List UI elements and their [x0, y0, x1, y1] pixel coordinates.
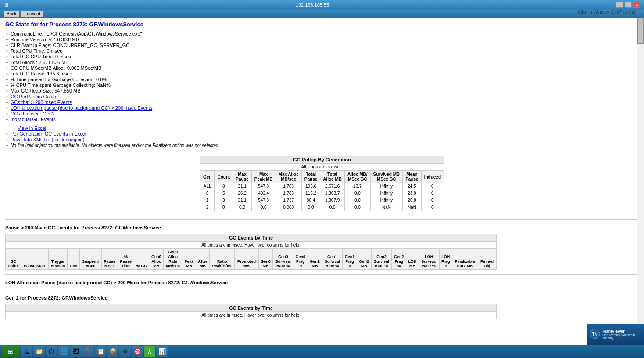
col-pause-msec: PauseMSec — [101, 249, 118, 269]
close-button[interactable]: ✕ — [633, 2, 640, 8]
info-list: CommandLine: "E:\GFGenesis\App\GF.Window… — [5, 31, 639, 122]
list-item: Total CPU Time: 0 msec — [5, 48, 639, 54]
toolbar-bar: Back Forward Click in Window, Ctrl-F to … — [0, 10, 644, 18]
raw-xml-link[interactable]: Raw Data XML file (for debugging) — [11, 137, 84, 142]
list-item: GCs that > 200 msec Events — [5, 100, 639, 105]
col-gen2-frag: Gen2Frag% — [392, 249, 406, 269]
window-controls: _ □ ✕ — [616, 2, 640, 8]
gc-perf-link[interactable]: GC Perf Users Guide — [11, 94, 56, 99]
gcs-gen2-link[interactable]: GCs that were Gen2 — [11, 111, 54, 116]
table-row: 0 5 26.2 493.4 1.786 115.2 1,363.7 0.0 I… — [200, 190, 444, 197]
loh-alloc-link[interactable]: LOH allocation pause (due to background … — [11, 105, 152, 111]
col-gen0-alloc-mb: Gen0AllocMB — [149, 249, 164, 269]
list-item: GCs that were Gen2 — [5, 111, 639, 116]
events-table-wrapper-2: GC Events by Time All times are in msec.… — [5, 304, 497, 319]
table-row: 2 0 0.0 0.0 0.000 0.0 0.0 0.0 NaN NaN 0 — [200, 204, 444, 211]
loh-section-title: LOH Allocation Pause (due to background … — [5, 280, 639, 285]
events-table-subtitle-2: All times are in msec. Hover over column… — [6, 312, 496, 319]
scrollbar-thumb[interactable] — [637, 18, 644, 44]
list-item: % Time paused for Garbage Collection: 0.… — [5, 77, 639, 82]
list-item: Max GC Heap Size: 547.850 MB — [5, 88, 639, 93]
events-table-title-2: GC Events by Time — [6, 304, 496, 312]
col-gen: Gen — [68, 249, 79, 269]
rollup-table-wrapper: GC Rollup By Generation All times are in… — [200, 156, 444, 211]
gen2-section-title: Gen 2 for Process 8272: GF.WindowsServic… — [5, 295, 639, 301]
back-button[interactable]: Back — [4, 11, 19, 17]
col-ratio-peak-after: RatioPeak/After — [210, 249, 235, 269]
col-finalizable-surv: FinalizableSurv MB — [452, 249, 478, 269]
col-total-alloc: TotalAlloc MB — [320, 171, 345, 183]
col-trigger-reason: TriggerReason — [48, 249, 68, 269]
col-gen1-survival-rate: Gen1SurvivalRate % — [322, 249, 343, 269]
col-pct-pause: %PauseTime — [118, 249, 134, 269]
table-row: ALL 8 31.1 547.8 1.786 195.6 2,671.6 13.… — [200, 183, 444, 190]
col-pct-gc: % GC — [134, 249, 149, 269]
list-item: Runtime Version: V 4.0.30319.0 — [5, 37, 639, 42]
col-gen2-mb: Gen2MB — [357, 249, 371, 269]
divider-1 — [5, 219, 639, 220]
col-induced: Induced — [421, 171, 444, 183]
events-table-wrapper-1: GC Events by Time All times are in msec.… — [5, 234, 497, 270]
col-gen1-frag: Gen1Frag% — [343, 249, 357, 269]
list-item: Total Allocs : 2,671.636 MB — [5, 60, 639, 65]
col-gen0-alloc-rate: Gen0AllocRateMB/sec — [164, 249, 182, 269]
col-total-pause: TotalPause — [301, 171, 320, 183]
view-in-excel-link[interactable]: View in Excel — [5, 125, 639, 131]
col-alloc-mb: Alloc MB/MSec GC — [345, 171, 371, 183]
more-links-list: Per Generation GC Events in Excel Raw Da… — [5, 131, 639, 148]
events-table-1: GCIndex Pause Start TriggerReason Gen Su… — [6, 249, 496, 269]
window-title: 192.168.105.55 — [9, 2, 616, 7]
col-suspend-msec: SuspendMsec — [79, 249, 101, 269]
hint-text: Click in Window, Ctrl-F to find — [578, 10, 635, 14]
per-gen-link[interactable]: Per Generation GC Events in Excel — [11, 131, 86, 136]
col-pinned-obj: PinnedObj — [478, 249, 496, 269]
divider-2 — [5, 274, 639, 275]
gcs-200msec-link[interactable]: GCs that > 200 msec Events — [11, 100, 72, 105]
scrollbar[interactable] — [637, 18, 644, 345]
minimize-button[interactable]: _ — [616, 2, 623, 8]
list-item: Total GC CPU Time: 0 msec — [5, 54, 639, 59]
pause-section-title: Pause > 200 Msec GC Events for Process 8… — [5, 225, 639, 230]
content-area: GC Stats for for Process 8272: GF.Window… — [0, 18, 644, 345]
individual-gc-link[interactable]: Individual GC Events — [11, 117, 56, 122]
col-gc-index: GCIndex — [6, 249, 21, 269]
col-gen1-mb: Gen1MB — [308, 249, 322, 269]
col-gen0-survival-rate: Gen0SurvivalRate % — [273, 249, 293, 269]
col-max-alloc: Max AllocMB/sec — [275, 171, 301, 183]
list-item: Raw Data XML file (for debugging) — [5, 137, 639, 142]
col-loh-survival-rate: LOHSurvivalRate % — [419, 249, 439, 269]
forward-button[interactable]: Forward — [21, 11, 43, 17]
note-item: No finalized object counts available. No… — [5, 143, 639, 148]
rollup-table-title: GC Rollup By Generation — [200, 156, 444, 164]
col-loh-mb: LOHMB — [406, 249, 419, 269]
svg-text:TV: TV — [592, 332, 598, 337]
teamviewer-badge: TV TeamViewer Free license (non-comm. us… — [587, 324, 644, 345]
rollup-table: Gen Count MaxPause MaxPeak MB Max AllocM… — [200, 171, 444, 211]
col-gen0-frag: Gen0Frag% — [293, 249, 308, 269]
col-survived: Survived MBMSec GC — [370, 171, 403, 183]
rollup-table-subtitle: All times are in msec. — [200, 164, 444, 171]
col-loh-frag: LOHFrag% — [439, 249, 452, 269]
col-pause-start: Pause Start — [21, 249, 48, 269]
list-item: CommandLine: "E:\GFGenesis\App\GF.Window… — [5, 31, 639, 36]
divider-3 — [5, 290, 639, 290]
window-chrome: 🖥 192.168.105.55 _ □ ✕ — [0, 0, 644, 10]
col-count: Count — [215, 171, 233, 183]
col-mean-pause: MeanPause — [403, 171, 421, 183]
col-gen0-mb: Gen0MB — [258, 249, 273, 269]
list-item: LOH allocation pause (due to background … — [5, 105, 639, 111]
restore-button[interactable]: □ — [625, 2, 632, 8]
list-item: Per Generation GC Events in Excel — [5, 131, 639, 136]
col-gen2-survival-rate: Gen2SurvivalRate % — [371, 249, 392, 269]
page-title: GC Stats for for Process 8272: GF.Window… — [5, 21, 639, 28]
events-table-title-1: GC Events by Time — [6, 234, 496, 242]
list-item: % CPU Time spent Garbage Collecting: NaN… — [5, 82, 639, 88]
list-item: Individual GC Events — [5, 117, 639, 122]
list-item: CLR Startup Flags: CONCURRENT_GC, SERVER… — [5, 43, 639, 48]
col-peak-mb: PeakMB — [182, 249, 196, 269]
col-after-mb: AfterMB — [196, 249, 209, 269]
table-row: 1 3 31.1 547.8 1.737 80.4 1,307.9 0.0 In… — [200, 197, 444, 204]
list-item: Total GC Pause: 195.6 msec — [5, 71, 639, 76]
events-table-subtitle-1: All times are in msec. Hover over column… — [6, 242, 496, 249]
list-item: GC Perf Users Guide — [5, 94, 639, 99]
